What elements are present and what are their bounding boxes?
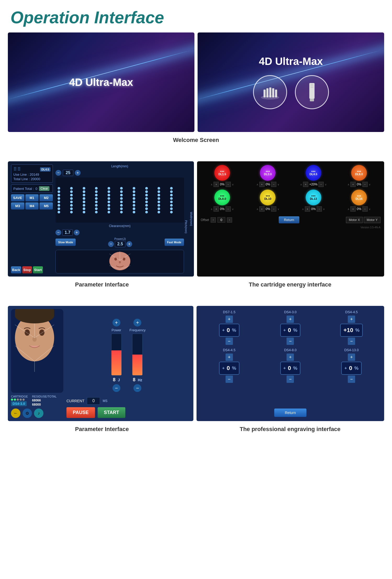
volume-nav-button[interactable]: ♪ xyxy=(34,409,43,418)
motor-x-button[interactable]: Motor X xyxy=(346,217,363,223)
settings-nav-button[interactable]: ⚙ xyxy=(23,409,32,418)
dl60-plus[interactable]: + xyxy=(350,182,356,187)
m4-button[interactable]: M4 xyxy=(25,202,39,209)
eng-ds44t-box: +10 % xyxy=(340,324,362,337)
stop-button[interactable]: Stop xyxy=(22,266,32,273)
power-minus[interactable]: − xyxy=(108,241,114,247)
freq-plus-btn[interactable]: + xyxy=(133,319,141,327)
cart-badge-dl16: ●●●DL16 xyxy=(351,190,367,205)
eng-ds44b-plus[interactable]: + xyxy=(226,354,233,361)
total-value: 68000 xyxy=(32,403,57,406)
offset-right[interactable]: › xyxy=(227,217,232,223)
engrave-caption: The professional engraving interface xyxy=(196,424,384,435)
return-button[interactable]: Return xyxy=(279,216,299,223)
eng-ds48-plus[interactable]: + xyxy=(287,354,294,361)
dl30-minus[interactable]: − xyxy=(271,182,276,187)
power-plus[interactable]: + xyxy=(126,241,132,247)
cart-controls-dl15[interactable]: ∧ + 0% − ∨ xyxy=(211,182,233,187)
fast-mode-button[interactable]: Fast Mode xyxy=(165,239,184,246)
residuse-label-text: RESIDUSE/TOTAL xyxy=(32,395,57,398)
eng-ds44t-value: +10 xyxy=(343,327,353,334)
m1-button[interactable]: M1 xyxy=(25,194,39,201)
engrave-return-button[interactable]: Return xyxy=(274,409,306,417)
power-minus-btn[interactable]: − xyxy=(113,384,120,392)
clearance-row: Clearance(mm) xyxy=(55,224,184,228)
eng-ds413-plus[interactable]: + xyxy=(348,354,355,361)
dl10-minus[interactable]: − xyxy=(271,206,276,212)
cart-controls-dl45[interactable]: ∧ + +20% − ∨ xyxy=(300,182,327,187)
eng-ds43-value: 0 xyxy=(288,327,291,334)
engrave-bottom-grid: DS4-4.5 + + 0 % − DS4-8.0 xyxy=(201,348,380,383)
offset-left[interactable]: ‹ xyxy=(211,217,216,223)
cart-controls-dl30[interactable]: ∧ + 0% − ∨ xyxy=(256,182,279,187)
save-button[interactable]: SAVE xyxy=(11,194,24,201)
dl45-plus[interactable]: + xyxy=(303,182,308,187)
dl13-plus[interactable]: + xyxy=(305,206,310,212)
cartridge-screen: ●●●DL1.5 ∧ + 0% − ∨ ●●●DL3.0 ∧ + 0% xyxy=(197,161,384,277)
welcome-screens: 4D Ultra-Max 4D Ultra-Max xyxy=(8,32,384,132)
dl80-plus[interactable]: + xyxy=(214,206,219,212)
dl16-minus[interactable]: − xyxy=(362,206,368,212)
eng-ds43-minus[interactable]: − xyxy=(287,338,294,345)
dl10-plus[interactable]: + xyxy=(259,206,265,212)
motor-y-button[interactable]: Motor Y xyxy=(364,217,380,223)
eng-ds43-plus[interactable]: + xyxy=(287,316,294,323)
length-minus[interactable]: − xyxy=(55,170,61,176)
m3-button[interactable]: M3 xyxy=(11,202,24,209)
eng-ds44t-plus[interactable]: + xyxy=(348,316,355,323)
use-line: Use Line : 20149 xyxy=(13,173,51,177)
freq-slider-fill xyxy=(132,355,142,375)
param2-right: + Power 8 J − + Frequenc xyxy=(66,309,190,418)
pause-button[interactable]: PAUSE xyxy=(66,407,95,418)
dl-badge: DL4.5 xyxy=(40,167,51,172)
cart-item-dl15: ●●●DL1.5 ∧ + 0% − ∨ xyxy=(201,165,244,187)
clearance-minus[interactable]: − xyxy=(55,230,61,235)
dl60-minus[interactable]: − xyxy=(362,182,368,187)
cart-controls-dl60[interactable]: ∧ + 0% − ∨ xyxy=(348,182,370,187)
clearance-plus[interactable]: + xyxy=(74,230,80,235)
cart-item-dl16: ●●●DL16 ∧ + 0% − ∨ xyxy=(338,190,380,212)
eng-ds44b-minus[interactable]: − xyxy=(226,376,233,383)
cart-controls-dl13[interactable]: ∧ + 0% − ∨ xyxy=(302,206,325,212)
dl15-plus[interactable]: + xyxy=(214,182,219,187)
clearance-label: Clearance(mm) xyxy=(55,224,184,228)
eng-ds44t-minus[interactable]: − xyxy=(348,338,355,345)
cart-badge-dl45: ●●●DL4.5 xyxy=(306,165,321,181)
svg-point-12 xyxy=(114,257,117,261)
engrave-screen: DS7-1.5 + + 0 % − DS4-3.0 xyxy=(197,306,384,421)
param2-screen: CARTRIDGE DS4-3.0 xyxy=(8,306,193,421)
eng-ds413-minus[interactable]: − xyxy=(348,376,355,383)
slow-mode-button[interactable]: Slow Mode xyxy=(55,239,76,246)
offset-box: Offset ‹ 0 › xyxy=(201,217,232,223)
length-plus[interactable]: + xyxy=(75,170,81,176)
eng-ds71-value: 0 xyxy=(227,327,230,334)
clear-button[interactable]: Clear xyxy=(39,186,50,191)
parameter-screen: ⠿⠿ DL4.5 Use Line : 20149 Total Line : 2… xyxy=(8,161,194,277)
cart-controls-dl16[interactable]: ∧ + 0% − ∨ xyxy=(348,206,370,212)
welcome-screen-left: 4D Ultra-Max xyxy=(8,32,194,132)
svg-rect-5 xyxy=(275,90,277,97)
cart-controls-dl80[interactable]: ∧ + 0% − ∨ xyxy=(211,206,233,212)
dl15-minus[interactable]: − xyxy=(226,182,231,187)
dl80-minus[interactable]: − xyxy=(226,206,231,212)
m5-button[interactable]: M5 xyxy=(40,202,53,209)
start-button[interactable]: Start xyxy=(33,266,43,273)
dl45-minus[interactable]: − xyxy=(318,182,324,187)
dl13-minus[interactable]: − xyxy=(317,206,322,212)
dl16-plus[interactable]: + xyxy=(350,206,356,212)
motor-buttons: Motor X Motor Y xyxy=(346,217,380,223)
eng-ds71-minus[interactable]: − xyxy=(226,338,233,345)
power-plus-btn[interactable]: + xyxy=(113,319,120,327)
cart-controls-dl10[interactable]: ∧ + 0% − ∨ xyxy=(256,206,279,212)
svg-rect-4 xyxy=(272,88,274,97)
back-nav-button[interactable]: ← xyxy=(11,409,20,418)
dl30-plus[interactable]: + xyxy=(259,182,265,187)
eng-ds48-minus[interactable]: − xyxy=(287,376,294,383)
eng-ds71-plus[interactable]: + xyxy=(226,316,233,323)
back-button[interactable]: Back xyxy=(11,266,21,273)
cart-badge-dl60: ●●●DL6.0 xyxy=(351,165,367,181)
start-button-2[interactable]: START xyxy=(98,407,126,418)
freq-minus-btn[interactable]: − xyxy=(133,384,141,392)
m2-button[interactable]: M2 xyxy=(40,194,53,201)
cart-item-dl60: ●●●DL6.0 ∧ + 0% − ∨ xyxy=(338,165,380,187)
